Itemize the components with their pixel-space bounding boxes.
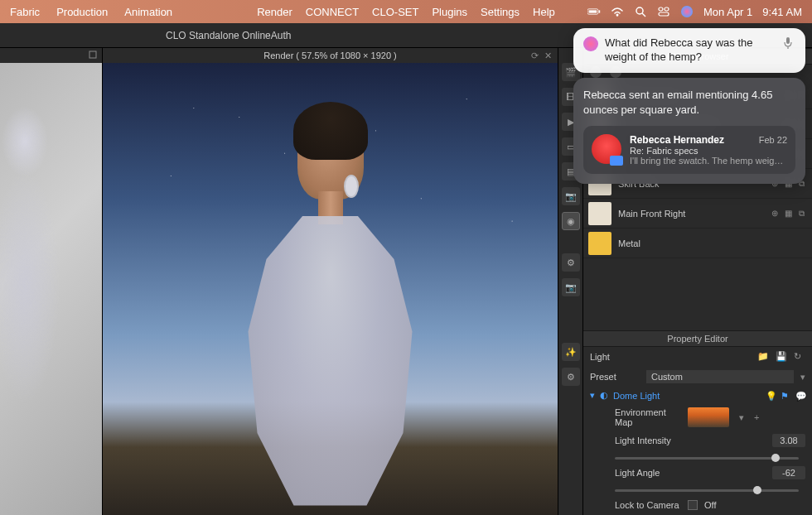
- search-icon[interactable]: [634, 5, 647, 18]
- window-title-text: CLO Standalone OnlineAuth: [166, 30, 291, 41]
- dome-light-label: Dome Light: [613, 391, 660, 401]
- object-name-label: Main Front Right: [618, 209, 762, 219]
- add-icon[interactable]: +: [754, 412, 759, 422]
- render-close-icon[interactable]: ✕: [544, 51, 554, 60]
- chevron-down-icon[interactable]: ▾: [590, 390, 595, 401]
- object-name-label: Metal: [618, 238, 807, 248]
- svg-rect-7: [665, 7, 669, 11]
- property-editor: Light 📁 💾 ↻ Preset Custom ▾ ▾ ◐ Dome Lig…: [583, 347, 812, 515]
- add-icon[interactable]: ⊕: [769, 208, 781, 219]
- flag-icon[interactable]: ⚑: [781, 391, 790, 401]
- siri-email-card[interactable]: Rebecca Hernandez Feb 22 Re: Fabric spec…: [583, 126, 795, 174]
- macos-menubar: Fabric Production Animation Render CONNE…: [0, 0, 812, 23]
- email-subject: Re: Fabric specs: [630, 146, 787, 156]
- tool-camera-icon[interactable]: 📷: [562, 187, 580, 205]
- svg-line-5: [642, 13, 645, 17]
- light-angle-label: Light Angle: [590, 468, 681, 478]
- preset-select[interactable]: Custom: [646, 370, 794, 383]
- light-intensity-label: Light Intensity: [590, 436, 681, 445]
- dome-light-row[interactable]: ▾ ◐ Dome Light 💡 ⚑ 💬: [583, 387, 812, 404]
- dome-light-icon: ◐: [600, 390, 608, 401]
- tool-settings-icon[interactable]: ⚙: [562, 368, 580, 386]
- menu-render[interactable]: Render: [257, 6, 292, 18]
- chevron-down-icon[interactable]: ▾: [800, 372, 805, 383]
- email-sender-name: Rebecca Hernandez: [630, 134, 724, 146]
- siri-icon[interactable]: [680, 5, 694, 18]
- menu-animation[interactable]: Animation: [124, 6, 172, 18]
- svg-rect-1: [589, 10, 597, 12]
- wifi-icon[interactable]: [611, 5, 624, 18]
- tool-camera2-icon[interactable]: 📷: [562, 278, 580, 296]
- wireframe-panel: [0, 48, 103, 515]
- panel-popout-icon[interactable]: [89, 51, 99, 60]
- battery-icon[interactable]: [587, 5, 601, 18]
- avatar-model: [215, 108, 447, 506]
- chat-icon[interactable]: 💬: [795, 391, 805, 401]
- light-label: Light: [590, 352, 640, 362]
- svg-rect-11: [786, 37, 790, 44]
- svg-point-3: [616, 14, 619, 17]
- copy-icon[interactable]: ⧉: [795, 208, 807, 219]
- svg-point-4: [636, 7, 643, 14]
- menu-help[interactable]: Help: [533, 6, 555, 18]
- menu-settings[interactable]: Settings: [481, 6, 520, 18]
- tool-gear-icon[interactable]: ⚙: [562, 253, 580, 272]
- light-angle-slider[interactable]: [615, 489, 799, 492]
- menubar-date[interactable]: Mon Apr 1: [703, 6, 752, 18]
- preset-label: Preset: [590, 372, 640, 382]
- tool-snapshot-icon[interactable]: ◉: [562, 212, 580, 230]
- render-viewport[interactable]: [103, 63, 558, 515]
- svg-point-9: [681, 6, 693, 17]
- object-item[interactable]: Main Front Right ⊕▦⧉: [583, 199, 812, 229]
- svg-rect-6: [659, 7, 663, 11]
- siri-question-bubble[interactable]: What did Rebecca say was the weight of t…: [573, 28, 805, 73]
- contact-avatar: [592, 134, 621, 164]
- render-panel: Render ( 57.5% of 1080 × 1920 ) ⟳ ✕: [103, 48, 558, 515]
- menu-fabric[interactable]: Fabric: [10, 6, 40, 18]
- siri-overlay: What did Rebecca say was the weight of t…: [573, 28, 805, 184]
- env-map-label: Environment Map: [590, 407, 681, 427]
- wireframe-viewport[interactable]: [0, 63, 102, 515]
- siri-logo-icon: [583, 36, 598, 51]
- env-map-thumbnail[interactable]: [688, 407, 729, 427]
- email-preview: I'll bring the swatch. The hemp weighs…: [630, 156, 787, 166]
- folder-icon[interactable]: 📁: [757, 351, 769, 363]
- menu-production[interactable]: Production: [56, 6, 108, 18]
- render-header-text: Render ( 57.5% of 1080 × 1920 ): [263, 51, 397, 60]
- svg-rect-10: [89, 51, 96, 58]
- light-intensity-slider[interactable]: [615, 457, 799, 460]
- property-editor-header: Property Editor: [583, 330, 812, 347]
- tool-wand-icon[interactable]: ✨: [562, 343, 580, 361]
- render-sync-icon[interactable]: ⟳: [531, 51, 541, 60]
- control-center-icon[interactable]: [657, 5, 670, 18]
- light-intensity-value[interactable]: 3.08: [772, 434, 805, 447]
- menu-connect[interactable]: CONNECT: [306, 6, 359, 18]
- object-thumbnail: [588, 232, 611, 255]
- menubar-time[interactable]: 9:41 AM: [762, 6, 802, 18]
- siri-answer-text: Rebecca sent an email mentioning 4.65 ou…: [583, 88, 795, 118]
- menu-plugins[interactable]: Plugins: [432, 6, 467, 18]
- grid-icon[interactable]: ▦: [782, 208, 794, 219]
- save-icon[interactable]: 💾: [776, 351, 787, 363]
- object-item[interactable]: Metal: [583, 229, 812, 258]
- siri-question-text: What did Rebecca say was the weight of t…: [605, 36, 776, 65]
- lightbulb-icon[interactable]: 💡: [766, 391, 776, 401]
- email-date: Feb 22: [759, 135, 787, 145]
- microphone-icon[interactable]: [782, 36, 795, 50]
- object-thumbnail: [588, 202, 611, 225]
- chevron-down-icon[interactable]: ▾: [739, 412, 744, 423]
- lock-camera-label: Lock to Camera: [590, 500, 681, 510]
- svg-rect-8: [659, 12, 669, 16]
- menu-closet[interactable]: CLO-SET: [372, 6, 418, 18]
- siri-answer-bubble: Rebecca sent an email mentioning 4.65 ou…: [573, 78, 805, 184]
- lock-camera-value: Off: [704, 500, 716, 510]
- lock-camera-checkbox[interactable]: [688, 500, 698, 510]
- reset-icon[interactable]: ↻: [794, 351, 805, 363]
- svg-rect-2: [599, 10, 601, 12]
- light-angle-value[interactable]: -62: [772, 466, 805, 479]
